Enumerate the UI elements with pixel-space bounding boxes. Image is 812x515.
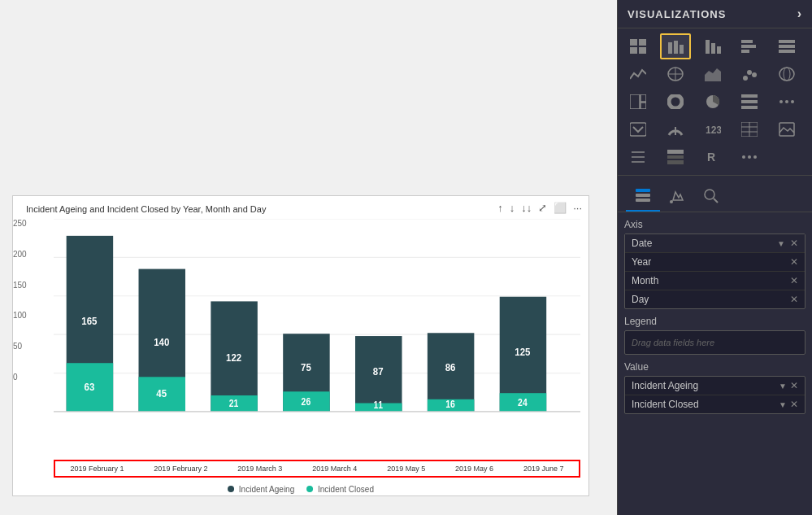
svg-rect-25 — [668, 42, 672, 54]
viz-icon-bar-chart[interactable] — [734, 33, 765, 59]
more-options-icon[interactable]: ··· — [573, 202, 582, 214]
viz-icon-scatter[interactable] — [734, 61, 765, 87]
svg-text:75: 75 — [301, 362, 311, 374]
axis-day-label: Day — [632, 294, 790, 305]
panel-title: VISUALIZATIONS — [627, 8, 726, 20]
svg-rect-27 — [680, 45, 684, 54]
legend-section: Legend Drag data fields here — [624, 316, 805, 355]
svg-rect-29 — [711, 43, 715, 54]
axis-date-chevron[interactable]: ▼ — [777, 239, 785, 248]
legend-dot-closed — [306, 486, 313, 492]
viz-icon-empty — [771, 144, 802, 170]
x-axis-labels-box: 2019 February 1 2019 February 2 2019 Mar… — [54, 460, 580, 478]
svg-rect-31 — [741, 40, 753, 43]
viz-icon-matrix[interactable] — [734, 89, 765, 115]
svg-rect-28 — [706, 40, 710, 54]
viz-icon-line[interactable] — [623, 61, 654, 87]
svg-text:86: 86 — [445, 362, 456, 374]
sort-asc-icon[interactable]: ↑ — [497, 202, 503, 214]
svg-point-41 — [743, 76, 748, 81]
svg-rect-34 — [779, 40, 795, 43]
svg-text:123: 123 — [706, 124, 721, 136]
axis-day-row: Day ✕ — [625, 290, 805, 308]
viz-icon-slicer[interactable] — [623, 116, 654, 142]
svg-rect-22 — [639, 39, 646, 46]
svg-point-56 — [785, 100, 788, 103]
viz-icon-treemap[interactable] — [623, 89, 654, 115]
axis-date-row: Date ▼ ✕ — [625, 234, 805, 253]
svg-point-45 — [784, 68, 790, 81]
viz-icon-map[interactable] — [660, 61, 691, 87]
tab-format[interactable] — [660, 182, 694, 212]
svg-point-75 — [753, 155, 757, 159]
viz-icon-clustered-bar[interactable] — [660, 33, 691, 59]
svg-rect-32 — [741, 45, 756, 48]
viz-icon-stacked-bar[interactable] — [697, 33, 728, 59]
viz-icon-more[interactable] — [734, 144, 765, 170]
svg-text:24: 24 — [518, 397, 528, 408]
svg-marker-40 — [705, 68, 721, 81]
svg-rect-47 — [640, 94, 646, 102]
viz-icon-kpi[interactable]: 123 — [697, 116, 728, 142]
value-ageing-chevron[interactable]: ▼ — [779, 382, 787, 391]
svg-rect-78 — [636, 199, 650, 202]
value-incident-closed-row: Incident Closed ▼ ✕ — [625, 395, 805, 413]
legend-dot-ageing — [228, 486, 234, 492]
viz-icon-globe[interactable] — [771, 61, 802, 87]
viz-icon-image[interactable] — [771, 116, 802, 142]
value-incident-ageing-row: Incident Ageing ▼ ✕ — [625, 377, 805, 395]
viz-icon-100pct-bar[interactable] — [771, 33, 802, 59]
focus-mode-icon[interactable]: ⬜ — [554, 202, 567, 214]
y-axis-0: 0 — [13, 373, 27, 382]
svg-text:11: 11 — [373, 400, 383, 411]
x-label-2: 2019 February 2 — [154, 465, 207, 473]
svg-text:165: 165 — [81, 316, 97, 328]
svg-rect-35 — [779, 45, 795, 48]
field-wells: Axis Date ▼ ✕ Year ✕ Month — [618, 212, 812, 515]
chart-title: Incident Ageing and Incident Closed by Y… — [20, 199, 272, 216]
value-closed-x[interactable]: ✕ — [790, 399, 798, 410]
viz-icon-custom[interactable] — [771, 89, 802, 115]
svg-rect-33 — [741, 50, 749, 53]
viz-icon-r-visual[interactable]: R — [697, 144, 728, 170]
tab-fields[interactable] — [626, 182, 660, 212]
value-closed-chevron[interactable]: ▼ — [779, 400, 787, 409]
y-axis-150: 150 — [13, 281, 27, 290]
viz-icon-pie[interactable] — [697, 89, 728, 115]
chart-legend: Incident Ageing Incident Closed — [228, 485, 374, 494]
viz-icon-table[interactable] — [623, 33, 654, 59]
x-label-6: 2019 May 6 — [455, 465, 493, 473]
svg-rect-26 — [674, 41, 678, 54]
viz-icon-donut[interactable] — [660, 89, 691, 115]
expand-icon[interactable]: ⤢ — [538, 202, 547, 214]
svg-text:87: 87 — [373, 365, 384, 378]
value-ageing-x[interactable]: ✕ — [790, 380, 798, 391]
x-label-5: 2019 May 5 — [387, 465, 425, 473]
svg-rect-53 — [741, 100, 758, 103]
axis-day-x[interactable]: ✕ — [790, 294, 798, 305]
axis-date-x[interactable]: ✕ — [790, 238, 798, 249]
bar-chart-svg: 165 63 140 45 122 21 75 26 — [54, 219, 580, 469]
sort-desc2-icon[interactable]: ↓↓ — [521, 202, 532, 214]
viz-icon-area[interactable] — [697, 61, 728, 87]
legend-well[interactable]: Drag data fields here — [624, 330, 805, 355]
axis-well: Date ▼ ✕ Year ✕ Month ✕ — [624, 233, 805, 309]
x-label-3: 2019 March 3 — [237, 465, 282, 473]
viz-icon-decomp-tree[interactable] — [623, 144, 654, 170]
x-label-1: 2019 February 1 — [70, 465, 124, 473]
tab-analytics[interactable] — [694, 182, 728, 212]
chart-toolbar: ↑ ↓ ↓↓ ⤢ ⬜ ··· — [497, 202, 582, 214]
x-label-4: 2019 March 4 — [312, 465, 357, 473]
axis-year-x[interactable]: ✕ — [790, 256, 798, 268]
svg-rect-52 — [741, 94, 758, 98]
panel-collapse-icon[interactable]: › — [797, 7, 802, 21]
viz-icon-table2[interactable] — [734, 116, 765, 142]
svg-rect-54 — [741, 106, 758, 109]
axis-month-x[interactable]: ✕ — [790, 275, 798, 286]
svg-point-42 — [747, 70, 752, 75]
sort-desc-icon[interactable]: ↓ — [510, 202, 515, 214]
viz-icon-gauge[interactable] — [660, 116, 691, 142]
x-label-7: 2019 June 7 — [523, 465, 564, 473]
viz-icon-table3[interactable] — [660, 144, 691, 170]
svg-rect-48 — [640, 103, 646, 109]
